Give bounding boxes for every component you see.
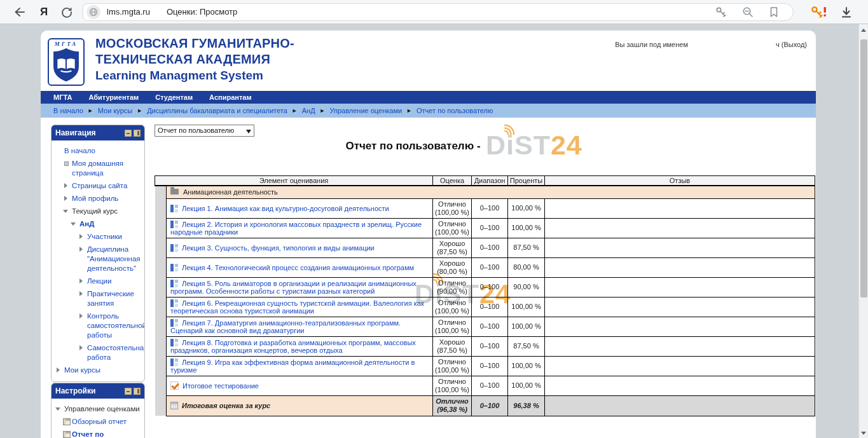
percent-cell: 100,00 % (508, 297, 545, 317)
grade-item-link[interactable]: Лекция 2. История и хронология массовых … (170, 221, 422, 236)
grade-item-link[interactable]: Лекция 9. Игра как эффективная форма ани… (170, 359, 415, 374)
sidebar-item[interactable]: Отчет по пользователю (54, 429, 142, 438)
sidebar-item[interactable]: Самостоятельная работа (54, 343, 142, 363)
site-icon (86, 5, 100, 19)
sidebar-item[interactable]: Участники (54, 231, 142, 242)
grade-word: Отлично (434, 220, 470, 228)
nav-item-Абитуриентам[interactable]: Абитуриентам (88, 93, 139, 101)
sidebar-item[interactable]: Страницы сайта (54, 181, 142, 191)
grade-item-link[interactable]: Лекция 8. Подготовка и разработка анимац… (170, 339, 416, 354)
item-name-cell: Итоговое тестирование (167, 376, 433, 395)
nav-item-МГТА[interactable]: МГТА (53, 93, 72, 101)
downloads-button[interactable] (840, 6, 853, 18)
breadcrumb-link[interactable]: Мои курсы (98, 107, 132, 114)
breadcrumb-link[interactable]: Управление оценками (330, 107, 403, 114)
grade-word: Хорошо (434, 259, 470, 268)
item-name-cell: Лекция 4. Технологический процесс создан… (167, 257, 433, 277)
protect-alert-button[interactable] (810, 5, 827, 19)
refresh-icon (60, 6, 73, 18)
grade-item-link[interactable]: Итоговое тестирование (183, 382, 259, 390)
page-content: МГТА МОСКОВСКАЯ ГУМАНИТАРНО- ТЕХНИЧЕСКАЯ… (41, 31, 816, 438)
grade-item-link[interactable]: Лекция 5. Роль аниматоров в организации … (170, 280, 417, 295)
scrollbar-thumb[interactable] (860, 39, 867, 298)
grade-cell: Отлично(100,00 %) (433, 218, 472, 238)
back-button[interactable] (11, 5, 28, 19)
sidebar-item[interactable]: Контроль самостоятельной работы (54, 311, 142, 341)
lesson-icon (170, 319, 178, 327)
grade-item-row: Лекция 8. Подготовка и разработка анимац… (155, 336, 815, 356)
vertical-scrollbar[interactable] (858, 24, 868, 438)
sidebar-item-label: Страницы сайта (72, 181, 141, 191)
grade-item-link[interactable]: Лекция 4. Технологический процесс создан… (182, 264, 414, 271)
org-title-line3: Learning Managment System (95, 67, 294, 83)
page-heading-text: Отчет по пользователю - (345, 140, 480, 152)
logout-link[interactable]: ч (Выход) (776, 41, 807, 48)
sidebar-item[interactable]: Мои курсы (54, 365, 142, 376)
settings-tree: Управление оценкамиОбзорный отчетОтчет п… (52, 399, 144, 438)
percent-cell: 87,50 % (508, 238, 545, 257)
grade-word: Отлично (434, 358, 470, 366)
item-name-cell: Лекция 6. Рекреационная сущность туристс… (167, 297, 433, 317)
sidebar-item[interactable]: Практические занятия (54, 289, 142, 309)
watermark-signal-icon (503, 121, 520, 135)
arrow-right-icon (63, 181, 69, 189)
sidebar-item[interactable]: Лекции (54, 276, 142, 287)
range-cell: 0–100 (472, 257, 508, 277)
scroll-down-icon[interactable] (861, 432, 866, 435)
grade-percent: (100,00 %) (434, 228, 470, 236)
nav-item-Студентам[interactable]: Студентам (155, 93, 193, 101)
breadcrumb-link[interactable]: АнД (302, 107, 315, 114)
lesson-icon (170, 205, 178, 212)
scroll-up-icon[interactable] (861, 29, 866, 32)
range-cell: 0–100 (472, 356, 508, 376)
org-title-line1: МОСКОВСКАЯ ГУМАНИТАРНО- (95, 36, 294, 51)
password-key-icon[interactable] (715, 6, 727, 18)
academy-logo[interactable]: МГТА (48, 38, 85, 86)
percent-cell: 80,00 % (508, 257, 545, 277)
grade-item-row: Лекция 4. Технологический процесс создан… (155, 257, 815, 277)
breadcrumb-link[interactable]: Отчет по пользователю (417, 107, 493, 114)
sidebar-item[interactable]: АнД (54, 219, 142, 229)
indent-cell (155, 395, 167, 416)
sidebar-item[interactable]: Моя домашняя страница (54, 158, 142, 179)
arrow-right-icon (78, 343, 85, 352)
collapse-block-icon[interactable] (125, 388, 132, 395)
sidebar-item[interactable]: Дисциплина "Анимационная деятельность" (54, 244, 142, 274)
sidebar-item[interactable]: Текущий курс (54, 206, 142, 217)
grade-percent: (100,00 %) (434, 307, 470, 315)
grade-item-row: Лекция 6. Рекреационная сущность туристс… (155, 297, 815, 317)
nav-item-Аспирантам[interactable]: Аспирантам (209, 93, 251, 101)
navigation-block: Навигация В началоМоя домашняя страницаС… (51, 125, 145, 382)
dock-block-icon[interactable] (134, 388, 141, 395)
sidebar-item[interactable]: Мой профиль (54, 193, 142, 204)
item-name-cell: Лекция 7. Драматургия анимационно-театра… (167, 317, 433, 336)
bookmark-icon[interactable] (769, 6, 779, 18)
grade-item-link[interactable]: Лекция 6. Рекреационная сущность туристс… (170, 299, 424, 315)
grade-item-link[interactable]: Лекция 1. Анимация как вид культурно-дос… (182, 205, 389, 212)
breadcrumb-link[interactable]: Дисциплины бакалавриата и специалитета (147, 107, 287, 114)
lesson-icon (170, 299, 178, 307)
zoom-search-icon[interactable] (742, 6, 754, 18)
collapse-block-icon[interactable] (125, 130, 132, 137)
breadcrumb-link[interactable]: В начало (53, 107, 83, 114)
address-bar[interactable]: lms.mgta.ru Оценки: Просмотр (83, 3, 794, 21)
grades-header-row: Элемент оцениванияОценкаДиапазонПроценты… (155, 176, 815, 186)
page-title-text: Оценки: Просмотр (167, 7, 237, 17)
sidebar-item[interactable]: Управление оценками (54, 404, 142, 414)
sidebar-item[interactable]: В начало (54, 146, 142, 156)
refresh-button[interactable] (59, 6, 75, 18)
column-header: Проценты (508, 176, 545, 186)
navigation-tree: В началоМоя домашняя страницаСтраницы са… (52, 140, 144, 381)
sidebar-item[interactable]: Обзорный отчет (54, 416, 142, 427)
dock-block-icon[interactable] (134, 130, 141, 137)
grade-item-row: Лекция 9. Игра как эффективная форма ани… (155, 356, 815, 376)
range-cell: 0–100 (472, 198, 508, 218)
grade-item-link[interactable]: Лекция 7. Драматургия анимационно-театра… (170, 319, 401, 334)
sidebar-item-label: Мои курсы (64, 366, 141, 375)
yandex-logo-button[interactable]: Я (36, 6, 52, 18)
report-type-select[interactable]: Отчет по пользователю (155, 125, 254, 137)
grade-item-link[interactable]: Лекция 3. Сущность, функция, типология и… (182, 244, 375, 252)
protect-key-alert-icon (810, 5, 827, 19)
indent-cell (155, 277, 167, 297)
column-header: Диапазон (472, 176, 508, 186)
